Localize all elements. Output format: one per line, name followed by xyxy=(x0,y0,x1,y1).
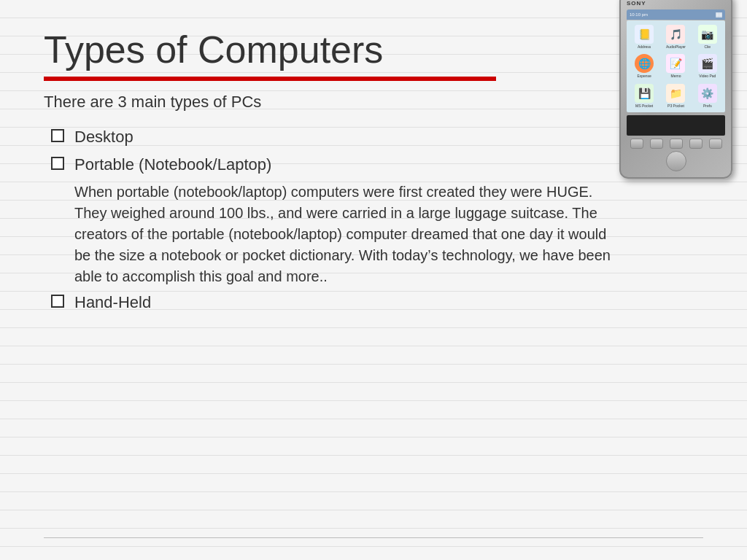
pda-btn-2[interactable] xyxy=(650,139,663,149)
item-text-portable: Portable (Notebook/Laptop) xyxy=(74,154,271,176)
pda-battery: ▓▓ xyxy=(716,12,722,17)
title-underline xyxy=(44,77,496,81)
pda-app-p3pocket: 📁 P3 Pocket xyxy=(661,82,690,109)
checkbox-desktop xyxy=(51,129,64,142)
item-text-desktop: Desktop xyxy=(74,126,133,148)
pda-app-mspocket: 💾 MS Pocket xyxy=(630,82,659,109)
pda-device-image: SONY 10:10 pm ▓▓ 📒 Address 🎵 AudioPlayer… xyxy=(619,0,747,182)
slide-subtitle: There are 3 main types of PCs xyxy=(44,93,703,112)
list-item-portable: Portable (Notebook/Laptop) xyxy=(51,154,703,176)
slide-title: Types of Computers xyxy=(44,29,703,71)
pda-buttons-row xyxy=(627,139,725,149)
pda-brand-label: SONY xyxy=(627,0,646,7)
pda-btn-4[interactable] xyxy=(689,139,703,149)
header-area: Types of Computers xyxy=(44,29,703,81)
pda-btn-1[interactable] xyxy=(630,139,643,149)
list-item-desktop: Desktop xyxy=(51,126,703,148)
pda-bottom-area xyxy=(627,115,725,171)
pda-btn-5[interactable] xyxy=(709,139,722,149)
pda-status-bar: 10:10 pm ▓▓ xyxy=(627,9,725,20)
checkbox-handheld xyxy=(51,295,64,308)
pda-btn-3[interactable] xyxy=(670,139,683,149)
pda-nav-button[interactable] xyxy=(666,151,686,171)
list-item-handheld: Hand-Held xyxy=(51,292,703,314)
list-area: Desktop Portable (Notebook/Laptop) When … xyxy=(51,126,703,313)
portable-sub-text: When portable (notebook/laptop) computer… xyxy=(74,182,622,287)
checkbox-portable xyxy=(51,157,64,170)
item-text-handheld: Hand-Held xyxy=(74,292,151,314)
pda-app-prefs: ⚙️ Prefs xyxy=(693,82,722,109)
slide: SONY 10:10 pm ▓▓ 📒 Address 🎵 AudioPlayer… xyxy=(0,0,747,560)
pda-mini-screen xyxy=(627,115,725,136)
bottom-divider xyxy=(44,537,703,538)
pda-time: 10:10 pm xyxy=(630,12,648,17)
